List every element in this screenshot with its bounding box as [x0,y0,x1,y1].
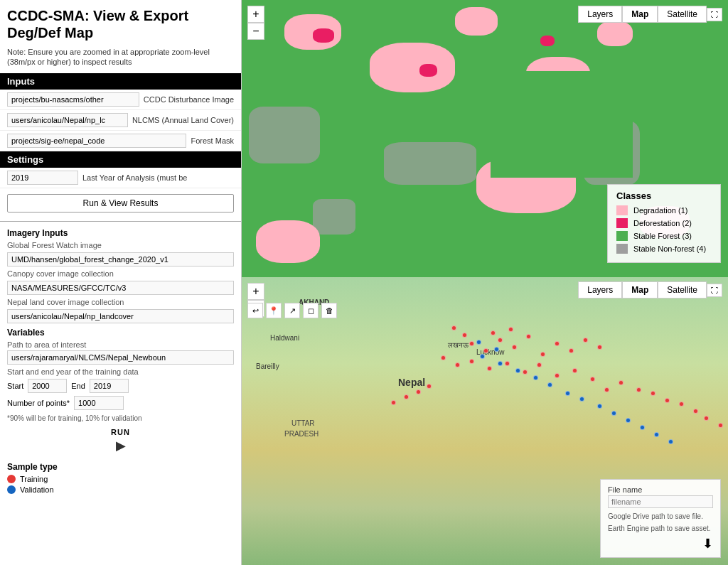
training-point [526,334,531,339]
nepal-label: Nepal [398,377,425,388]
classes-title: Classes [616,190,712,201]
points-row: Number of points* [7,396,234,410]
input-row-1: CCDC Disturbance Image [0,90,241,110]
tool-rect[interactable]: ◻ [303,303,318,318]
bottom-map-zoom-in[interactable]: + [247,283,264,300]
canopy-field[interactable] [7,281,234,295]
validation-point [597,404,602,409]
gfw-field[interactable] [7,252,234,267]
training-point [569,348,574,353]
settings-row: Last Year of Analysis (must be [0,168,241,188]
training-point [462,333,467,338]
training-point [651,391,655,396]
training-point [512,345,517,350]
validation-point [565,391,570,396]
gdrive-text: Google Drive path to save file. [608,512,713,521]
training-point [451,325,456,330]
input-row-3: Forest Mask [0,131,241,151]
app-note: Note: Ensure you are zoomed in at approp… [0,44,241,73]
region-pradesh: PRADESH [284,430,318,438]
training-point [469,341,474,346]
end-label: End [71,382,85,390]
year-field[interactable] [7,171,78,185]
training-point [619,380,623,385]
top-map-fullscreen-btn[interactable]: ⛶ [707,8,722,21]
training-point [636,387,641,392]
tool-undo[interactable]: ↩ [247,303,263,318]
class-stable-nonforest: Stable Non-forest (4) [616,244,712,254]
start-year-field[interactable] [28,379,67,393]
training-point [505,361,510,366]
validation-point [654,432,659,437]
training-point [572,368,577,373]
class-deforestation: Deforestation (2) [616,218,712,228]
bottom-map-layers-btn[interactable]: Layers [578,281,622,298]
stable-nonforest-label: Stable Non-forest (4) [633,244,706,253]
validation-dot [7,485,16,494]
training-point [441,355,446,360]
bottom-map-satellite-btn[interactable]: Satellite [658,281,707,298]
degradation-color [616,205,628,215]
top-map: + − Layers Map Satellite ⛶ Classes Degra… [242,0,728,277]
validation-point [640,425,645,430]
ccdc-image-field[interactable] [7,92,139,107]
class-degradation: Degradation (1) [616,205,712,215]
filename-input[interactable] [608,495,713,508]
training-point [455,362,460,367]
lucknow-label: लखनऊ [448,341,469,350]
training-point [487,366,492,371]
training-point [498,338,503,343]
tool-trash[interactable]: 🗑 [321,303,337,318]
run-view-button[interactable]: Run & View Results [7,194,234,212]
stable-forest-color [616,231,628,241]
variables-section: Variables Path to area of interest Start… [0,325,241,413]
training-point [604,387,609,392]
training-point [665,398,670,403]
class-stable-forest: Stable Forest (3) [616,231,712,241]
training-point [483,348,488,353]
validation-point [515,368,520,373]
validation-point [668,439,673,444]
download-icon[interactable]: ⬇ [608,536,713,551]
validation-point [533,375,538,380]
top-map-map-btn[interactable]: Map [622,6,658,23]
variables-header: Variables [7,328,234,338]
training-point [679,402,684,407]
bottom-map: AKHAND Haldwani Bareilly UTTAR PRADESH N… [242,277,728,565]
forest-mask-field[interactable] [7,134,186,148]
training-point [469,359,474,364]
inputs-header: Inputs [0,73,241,90]
run-play-button[interactable]: ▶ [116,438,126,453]
ee-text: Earth Engine path to save asset. [608,524,713,533]
validation-label: Validation [20,485,54,494]
tool-pin[interactable]: 📍 [266,303,282,318]
top-map-satellite-btn[interactable]: Satellite [658,6,707,23]
bottom-map-fullscreen-btn[interactable]: ⛶ [707,284,722,297]
degradation-label: Degradation (1) [633,206,687,215]
training-point [555,341,560,346]
top-map-layers-btn[interactable]: Layers [578,6,622,23]
forest-mask-label: Forest Mask [191,136,234,145]
end-year-field[interactable] [90,379,129,393]
nlc-field[interactable] [7,309,234,323]
top-map-zoom-controls: + − [247,6,264,40]
run-label: RUN [111,428,130,436]
tool-line[interactable]: ↗ [284,303,300,318]
validation-point [626,418,631,423]
canopy-label: Canopy cover image collection [0,268,241,279]
points-field[interactable] [74,396,124,410]
region-uttar: UTTAR [291,419,315,427]
training-point [491,330,496,335]
path-field[interactable] [7,350,234,365]
training-point [537,362,542,367]
app-title: CCDC-SMA: View & Export Deg/Def Map [0,0,241,44]
top-map-bg: + − Layers Map Satellite ⛶ Classes Degra… [242,0,728,277]
top-map-zoom-out[interactable]: − [247,23,264,40]
nlcms-field[interactable] [7,113,128,127]
bottom-map-tools: ↩ 📍 ↗ ◻ 🗑 [247,303,337,318]
date-label: Start and end year of the training data [7,367,234,376]
validation-point [547,382,552,387]
top-map-zoom-in[interactable]: + [247,6,264,23]
validation-point [494,347,499,352]
bottom-map-map-btn[interactable]: Map [622,281,658,298]
